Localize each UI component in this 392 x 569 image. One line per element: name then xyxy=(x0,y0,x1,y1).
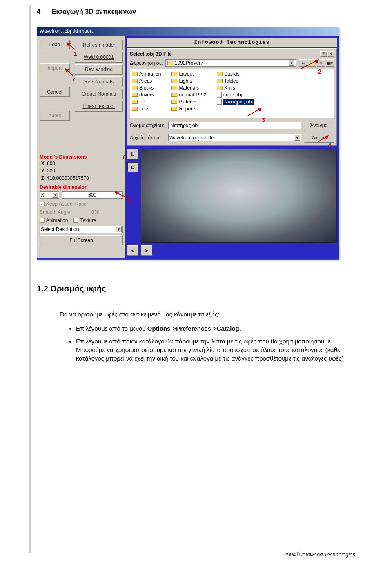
help-icon[interactable]: ? xyxy=(320,51,327,57)
view-d-button[interactable]: D xyxy=(127,162,138,172)
filetype-label: Αρχεία τύπου: xyxy=(130,135,166,141)
footer-copyright: 2004® Infowood Technologies xyxy=(284,551,355,558)
svg-line-6 xyxy=(300,61,316,69)
views-icon[interactable]: ▦▾ xyxy=(326,59,334,67)
load-button[interactable]: Load xyxy=(40,40,70,49)
folder-icon xyxy=(172,72,177,76)
dim-y-value: 200 xyxy=(47,168,55,174)
folder-icon xyxy=(132,100,138,104)
cancel-button[interactable]: Cancel xyxy=(40,87,70,97)
smooth-angle-label: Smooth Angle xyxy=(40,209,70,215)
file-list[interactable]: Animation Areas Blocks drivers Info Jobs… xyxy=(130,69,334,118)
folder-icon xyxy=(132,72,138,76)
refresh-model-button[interactable]: Refresh model xyxy=(75,40,123,50)
folder-open-icon xyxy=(167,61,173,65)
folder-icon xyxy=(217,72,223,76)
render-viewport xyxy=(141,149,337,243)
folder-icon xyxy=(172,107,177,111)
marker-1: 1 xyxy=(74,50,77,57)
linear-tex-button[interactable]: Linear tex.coor xyxy=(75,101,123,112)
filename-label: Όνομα αρχείου: xyxy=(130,123,166,128)
chevron-down-icon: ▼ xyxy=(52,192,58,198)
folder-icon xyxy=(217,86,223,90)
folder-icon xyxy=(172,100,177,104)
dim-z-value: 410,000030517578 xyxy=(47,175,89,181)
window-title: Wavefront .obj 3d import xyxy=(37,27,339,36)
resolution-select[interactable]: Select Resolution▼ xyxy=(40,226,123,233)
intro-paragraph: Για να ορίσουμε υφές στο αντικείμενό μας… xyxy=(60,310,355,318)
weld-button[interactable]: Weld 0.00001 xyxy=(75,52,123,63)
chevron-down-icon: ▼ xyxy=(289,60,294,66)
axis-select[interactable]: X▼ xyxy=(40,191,59,199)
fullscreen-button[interactable]: FullScreen xyxy=(40,235,123,245)
svg-line-4 xyxy=(116,193,129,199)
axis-value-input[interactable]: 600 xyxy=(62,191,123,199)
file-dialog-title: Select .obj 3D File xyxy=(130,51,172,57)
marker-7: 7 xyxy=(72,76,75,83)
look-in-dropdown[interactable]: 1992ProVer7 ▼ xyxy=(165,59,296,67)
view-left-button[interactable]: < xyxy=(127,245,138,256)
view-u-button[interactable]: U xyxy=(127,149,138,159)
folder-icon xyxy=(132,107,138,111)
folder-icon xyxy=(132,79,138,83)
create-normals-button[interactable]: Create Normals xyxy=(75,89,123,99)
model-dimensions-label: Model's Dimensions xyxy=(40,154,123,160)
smooth-angle-value: 836 xyxy=(91,209,100,215)
rev-normals-button[interactable]: Rev. Normals xyxy=(75,76,123,87)
file-icon xyxy=(217,99,222,105)
dim-x-value: 600 xyxy=(47,161,55,166)
file-icon xyxy=(217,92,222,98)
bullet-1: Επιλέγουμε από το μενού Options->Prefere… xyxy=(76,324,355,333)
svg-line-8 xyxy=(247,109,259,116)
section-heading: 1.2 Ορισμός υφής xyxy=(37,284,355,293)
close-icon[interactable]: × xyxy=(327,51,334,57)
page-title: Εισαγωγή 3D αντικειμένων xyxy=(52,8,136,16)
marker-6: 6 xyxy=(123,154,126,161)
svg-line-10 xyxy=(318,137,326,142)
folder-icon xyxy=(172,79,177,83)
folder-icon xyxy=(217,79,223,83)
texture-checkbox[interactable] xyxy=(74,218,78,223)
keep-aspect-checkbox[interactable]: ✓ xyxy=(40,202,45,206)
marker-3: 3 xyxy=(262,116,265,123)
open-button[interactable]: Άνοιγμα xyxy=(304,121,334,130)
filetype-select[interactable]: Wavefront object file ▼ xyxy=(168,134,301,141)
chevron-down-icon: ▼ xyxy=(294,135,300,141)
chevron-down-icon: ▼ xyxy=(116,226,122,232)
app-screenshot: Wavefront .obj 3d import Load Import Can… xyxy=(37,27,339,260)
about-button[interactable]: About xyxy=(40,111,70,121)
bullet-2: Επιλέγουμε από ποιον κατάλογο θα πάρουμε… xyxy=(76,337,355,363)
look-in-label: Διερεύνηση σε: xyxy=(130,60,163,66)
preview-area: U D xyxy=(127,146,337,243)
desirable-dimension-label: Desirable dimension xyxy=(40,184,123,190)
svg-marker-5 xyxy=(115,191,119,195)
view-right-button[interactable]: > xyxy=(141,245,152,256)
brand-label: Infowood Technologies xyxy=(127,38,337,47)
filename-input[interactable]: Νιπτήρας.obj xyxy=(168,122,301,129)
animation-checkbox[interactable] xyxy=(40,218,45,223)
file-item-selected[interactable]: Νιπτήρας.obj xyxy=(217,99,254,105)
folder-icon xyxy=(172,93,177,97)
folder-icon xyxy=(132,86,138,90)
page-number: 4 xyxy=(37,8,40,16)
folder-icon xyxy=(132,93,138,97)
folder-icon xyxy=(172,86,177,90)
rev-winding-button[interactable]: Rev. winding xyxy=(75,64,123,75)
